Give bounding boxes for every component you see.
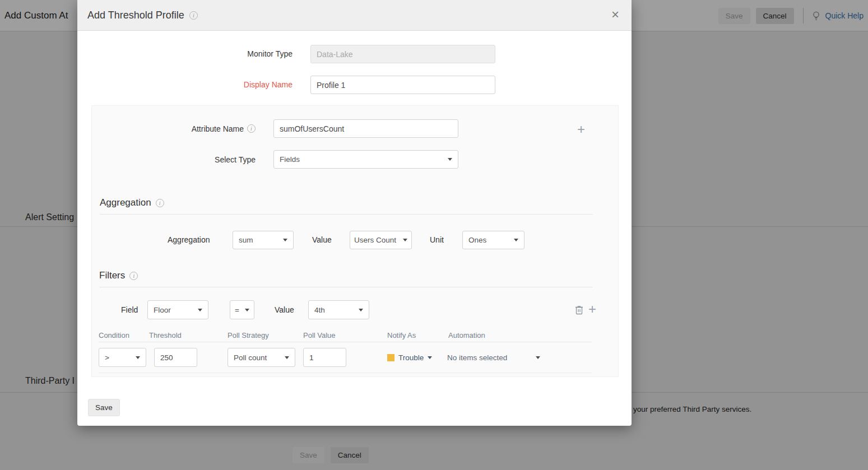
aggregation-function-value: sum bbox=[239, 236, 253, 244]
add-filter-icon[interactable]: + bbox=[584, 301, 601, 318]
chevron-down-icon bbox=[359, 309, 363, 311]
info-icon: i bbox=[189, 11, 198, 20]
chevron-down-icon bbox=[403, 239, 407, 241]
filters-title-text: Filters bbox=[99, 270, 125, 281]
unit-value: Ones bbox=[468, 236, 486, 244]
aggregation-value: Users Count bbox=[354, 236, 396, 244]
value-label: Value bbox=[312, 231, 332, 249]
filter-field-dropdown[interactable]: Floor bbox=[147, 300, 208, 319]
chevron-down-icon bbox=[285, 356, 289, 359]
page: Add Custom At Save Cancel Quick Help Ale… bbox=[0, 0, 868, 470]
info-icon: i bbox=[129, 272, 138, 280]
poll-value-input[interactable] bbox=[303, 348, 346, 367]
col-header-notify-as: Notify As bbox=[387, 331, 416, 339]
aggregation-value-dropdown[interactable]: Users Count bbox=[350, 231, 412, 249]
chevron-down-icon bbox=[283, 239, 287, 241]
col-header-threshold: Threshold bbox=[149, 331, 182, 339]
chevron-down-icon bbox=[198, 309, 202, 311]
filter-operator-dropdown[interactable]: = bbox=[230, 300, 254, 319]
unit-dropdown[interactable]: Ones bbox=[462, 231, 524, 249]
chevron-down-icon bbox=[448, 158, 452, 161]
filter-field-value: Floor bbox=[154, 306, 171, 314]
attribute-name-input[interactable] bbox=[273, 119, 458, 138]
attribute-panel: Attribute Name i + Select Type Fields Ag… bbox=[91, 105, 619, 377]
chevron-down-icon bbox=[428, 356, 432, 359]
add-attribute-icon[interactable]: + bbox=[573, 122, 590, 138]
modal-save-button[interactable]: Save bbox=[88, 399, 120, 416]
divider bbox=[99, 287, 592, 287]
attribute-name-label-text: Attribute Name bbox=[192, 124, 244, 133]
attribute-name-label: Attribute Name i bbox=[92, 119, 256, 138]
monitor-type-label: Monitor Type bbox=[189, 45, 293, 63]
unit-label: Unit bbox=[430, 231, 444, 249]
aggregation-title-text: Aggregation bbox=[100, 197, 151, 208]
condition-value: > bbox=[105, 353, 109, 362]
monitor-type-input bbox=[310, 45, 495, 63]
divider bbox=[100, 214, 593, 215]
divider bbox=[99, 342, 592, 342]
chevron-down-icon bbox=[245, 309, 249, 311]
filter-operator-value: = bbox=[235, 306, 239, 314]
poll-strategy-dropdown[interactable]: Poll count bbox=[228, 348, 295, 367]
filter-value-dropdown[interactable]: 4th bbox=[308, 300, 369, 319]
info-icon: i bbox=[247, 124, 256, 133]
col-header-poll-value: Poll Value bbox=[303, 331, 336, 339]
col-header-automation: Automation bbox=[448, 331, 485, 339]
info-icon: i bbox=[156, 199, 164, 207]
modal-header: Add Threshold Profile i bbox=[77, 0, 632, 31]
filter-value: 4th bbox=[314, 306, 325, 314]
poll-strategy-value: Poll count bbox=[234, 353, 267, 362]
divider bbox=[99, 373, 592, 373]
automation-value: No items selected bbox=[447, 353, 507, 362]
col-header-poll-strategy: Poll Strategy bbox=[228, 331, 269, 339]
display-name-label: Display Name bbox=[178, 76, 293, 94]
col-header-condition: Condition bbox=[99, 331, 129, 339]
aggregation-label: Aggregation bbox=[168, 231, 210, 249]
display-name-input[interactable] bbox=[310, 76, 495, 94]
delete-filter-icon[interactable] bbox=[575, 305, 583, 317]
filters-section-title: Filters i bbox=[99, 270, 138, 281]
aggregation-function-dropdown[interactable]: sum bbox=[233, 231, 294, 249]
add-threshold-profile-modal: Add Threshold Profile i × Monitor Type D… bbox=[77, 0, 632, 426]
notify-as-value: Trouble bbox=[398, 353, 424, 362]
notify-as-dropdown[interactable]: Trouble bbox=[387, 348, 432, 367]
close-icon[interactable]: × bbox=[611, 8, 619, 21]
automation-dropdown[interactable]: No items selected bbox=[447, 348, 540, 367]
select-type-label: Select Type bbox=[92, 150, 256, 169]
field-label: Field bbox=[121, 300, 138, 319]
aggregation-section-title: Aggregation i bbox=[100, 197, 164, 208]
modal-title: Add Threshold Profile bbox=[87, 10, 184, 21]
filter-value-label: Value bbox=[275, 300, 294, 319]
select-type-dropdown[interactable]: Fields bbox=[273, 150, 458, 169]
select-type-value: Fields bbox=[280, 155, 300, 164]
trouble-status-swatch bbox=[387, 354, 394, 361]
select-type-label-text: Select Type bbox=[215, 155, 256, 164]
threshold-input[interactable] bbox=[154, 348, 197, 367]
chevron-down-icon bbox=[536, 356, 540, 359]
condition-dropdown[interactable]: > bbox=[99, 348, 146, 367]
chevron-down-icon bbox=[136, 356, 140, 359]
chevron-down-icon bbox=[514, 239, 518, 241]
